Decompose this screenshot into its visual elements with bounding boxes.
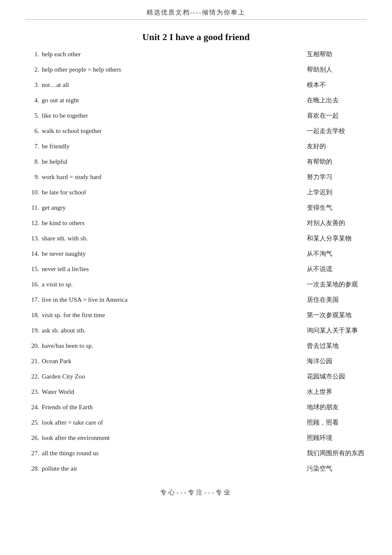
item-chinese: 花园城市公园	[281, 373, 366, 381]
item-chinese: 第一次参观某地	[281, 311, 366, 319]
item-number: 26.	[26, 434, 42, 442]
item-english: be never naughty	[42, 250, 281, 257]
item-number: 6.	[26, 127, 42, 135]
list-item: 28.pollute the air污染空气	[26, 465, 366, 476]
item-chinese: 居住在美国	[281, 296, 366, 304]
list-item: 10.be late for school上学迟到	[26, 188, 366, 199]
list-item: 19.ask sb. about sth.询问某人关于某事	[26, 327, 366, 338]
page: 精选优质文档----倾情为你奉上 Unit 2 I have a good fr…	[0, 0, 392, 555]
item-chinese: 海洋公园	[281, 357, 366, 365]
item-number: 1.	[26, 51, 42, 58]
footer-section: 专心---专注---专业	[26, 489, 366, 497]
item-number: 25.	[26, 419, 42, 426]
item-chinese: 水上世界	[281, 388, 366, 396]
item-number: 14.	[26, 250, 42, 257]
item-english: Water World	[42, 388, 281, 396]
item-english: get angry	[42, 204, 281, 211]
item-chinese: 照顾环境	[281, 434, 366, 442]
item-english: never tell a lie/lies	[42, 266, 281, 273]
list-item: 9.work hard = study hard努力学习	[26, 173, 366, 184]
item-chinese: 根本不	[281, 81, 366, 89]
list-item: 2.help other people = help others帮助别人	[26, 66, 366, 77]
header-underline	[26, 19, 366, 20]
item-number: 23.	[26, 388, 42, 396]
item-english: Ocean Park	[42, 358, 281, 365]
list-item: 15.never tell a lie/lies从不说谎	[26, 265, 366, 276]
list-item: 8.be helpful有帮助的	[26, 158, 366, 169]
item-english: share sth. with sb.	[42, 235, 281, 242]
item-english: Friends of the Earth	[42, 404, 281, 411]
list-item: 11.get angry变得生气	[26, 204, 366, 215]
list-item: 24.Friends of the Earth地球的朋友	[26, 403, 366, 414]
item-english: pollute the air	[42, 465, 281, 472]
item-number: 20.	[26, 342, 42, 350]
item-chinese: 努力学习	[281, 173, 366, 181]
list-item: 21.Ocean Park海洋公园	[26, 357, 366, 368]
item-number: 10.	[26, 189, 42, 196]
list-item: 4.go out at night在晚上出去	[26, 96, 366, 107]
item-number: 11.	[26, 204, 42, 211]
list-item: 22.Garden City Zoo花园城市公园	[26, 373, 366, 384]
item-chinese: 变得生气	[281, 204, 366, 212]
header-title: 精选优质文档----倾情为你奉上	[26, 9, 366, 17]
list-item: 26.look after the environment照顾环境	[26, 434, 366, 445]
item-number: 12.	[26, 220, 42, 227]
item-english: not…at all	[42, 81, 281, 89]
item-english: help other people = help others	[42, 66, 281, 73]
item-number: 17.	[26, 296, 42, 304]
list-item: 18.visit sp. for the first time第一次参观某地	[26, 311, 366, 322]
list-item: 3.not…at all根本不	[26, 81, 366, 92]
item-number: 5.	[26, 112, 42, 119]
list-item: 1.help each other互相帮助	[26, 50, 366, 61]
item-english: walk to school together	[42, 127, 281, 135]
item-number: 27.	[26, 450, 42, 457]
item-number: 13.	[26, 235, 42, 242]
item-number: 28.	[26, 465, 42, 472]
item-chinese: 照顾，照看	[281, 419, 366, 427]
item-number: 8.	[26, 158, 42, 165]
list-item: 25.look after = take care of照顾，照看	[26, 419, 366, 430]
list-item: 6.walk to school together一起走去学校	[26, 127, 366, 138]
item-english: visit sp. for the first time	[42, 312, 281, 319]
item-english: help each other	[42, 51, 281, 58]
item-chinese: 喜欢在一起	[281, 112, 366, 120]
item-chinese: 污染空气	[281, 465, 366, 473]
list-item: 27.all the things round us我们周围所有的东西	[26, 449, 366, 460]
item-chinese: 一次去某地的参观	[281, 280, 366, 289]
item-english: work hard = study hard	[42, 173, 281, 181]
items-container: 1.help each other互相帮助2.help other people…	[26, 50, 366, 476]
item-number: 4.	[26, 97, 42, 104]
item-english: like to be together	[42, 112, 281, 119]
list-item: 7.be friendly友好的	[26, 142, 366, 153]
item-english: a visit to sp.	[42, 281, 281, 288]
list-item: 12.be kind to others对别人友善的	[26, 219, 366, 230]
item-chinese: 从不说谎	[281, 265, 366, 273]
item-number: 18.	[26, 312, 42, 319]
item-chinese: 有帮助的	[281, 158, 366, 166]
item-english: all the things round us	[42, 450, 281, 457]
item-english: have/has been to sp.	[42, 342, 281, 350]
header-section: 精选优质文档----倾情为你奉上	[26, 9, 366, 22]
item-number: 9.	[26, 173, 42, 181]
list-item: 16.a visit to sp.一次去某地的参观	[26, 280, 366, 292]
item-number: 22.	[26, 373, 42, 380]
item-number: 19.	[26, 327, 42, 334]
item-chinese: 和某人分享某物	[281, 234, 366, 243]
item-chinese: 一起走去学校	[281, 127, 366, 135]
unit-title: Unit 2 I have a good friend	[26, 32, 366, 43]
item-chinese: 在晚上出去	[281, 96, 366, 104]
item-number: 7.	[26, 143, 42, 150]
list-item: 14.be never naughty从不淘气	[26, 250, 366, 261]
item-chinese: 上学迟到	[281, 188, 366, 197]
item-chinese: 友好的	[281, 142, 366, 150]
item-english: be late for school	[42, 189, 281, 196]
item-english: look after = take care of	[42, 419, 281, 426]
item-number: 15.	[26, 266, 42, 273]
item-number: 2.	[26, 66, 42, 73]
item-english: go out at night	[42, 97, 281, 104]
item-chinese: 询问某人关于某事	[281, 327, 366, 335]
list-item: 23.Water World水上世界	[26, 388, 366, 399]
item-number: 24.	[26, 404, 42, 411]
item-chinese: 我们周围所有的东西	[281, 449, 366, 457]
item-english: be kind to others	[42, 220, 281, 227]
